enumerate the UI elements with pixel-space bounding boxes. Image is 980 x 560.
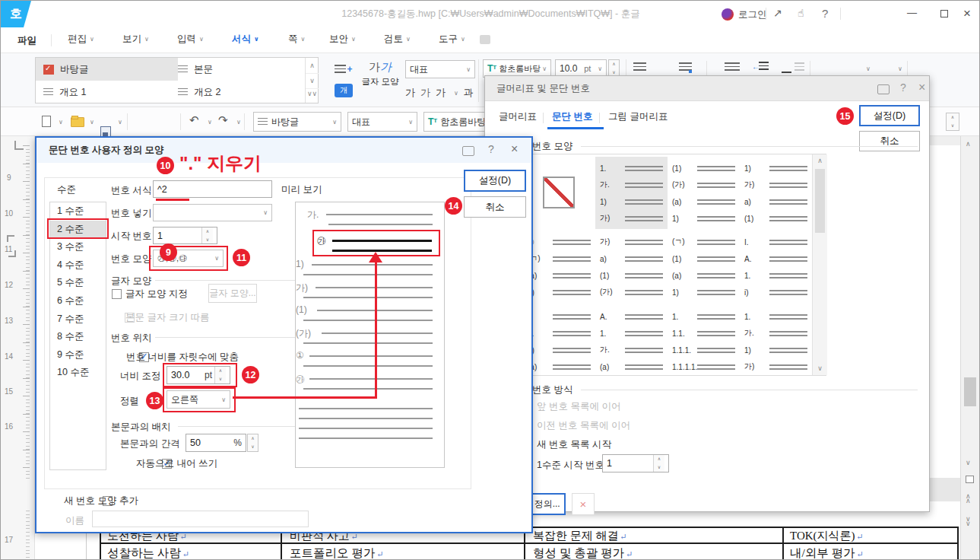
char-shape-button[interactable]: 글자 모양... (208, 284, 257, 303)
dialog2-help-icon[interactable]: ? (900, 81, 906, 94)
close-button[interactable]: × (963, 6, 971, 21)
menu-item-review[interactable]: 검토∨ (384, 33, 411, 46)
scroll-down-icon[interactable]: ∨ (966, 460, 971, 466)
gallery-cell[interactable]: I. A. 1. i) (740, 231, 812, 303)
menu-item-security[interactable]: 보안∨ (329, 33, 356, 46)
menu-item-view[interactable]: 보기∨ (122, 33, 149, 46)
dialog1-set-button[interactable]: 설정(D) (464, 170, 526, 192)
start-number-stepper[interactable] (201, 228, 213, 243)
chevron-down-icon[interactable]: ∨ (898, 65, 902, 72)
chevron-down-icon[interactable]: ∨ (866, 65, 871, 72)
start-number-input[interactable]: 1 (602, 454, 669, 473)
chevron-down-icon[interactable]: ∨ (90, 119, 94, 126)
number-format-input[interactable]: ^2 (153, 180, 272, 198)
menu-item-format-active[interactable]: 서식∨ (232, 33, 259, 46)
save-icon[interactable] (100, 126, 111, 137)
paragraph-style-select[interactable]: 바탕글 ∨ (253, 112, 341, 132)
preset-serif[interactable]: 가 (420, 86, 430, 100)
login-button[interactable]: 로그인 (722, 6, 767, 23)
gallery-cell[interactable]: 1. 가. 1) 가) (740, 305, 812, 377)
gallery-cell[interactable]: 1. 1.1. 1.1.1. 1.1.1.1. (668, 305, 740, 377)
gallery-up-icon[interactable]: ∧ (813, 158, 827, 164)
touch-mode-icon[interactable]: ☝ (798, 7, 804, 19)
gallery-cell[interactable]: ① (ㄱ) (a) 1) (523, 231, 595, 303)
char-specify-checkbox[interactable] (112, 289, 122, 299)
level-item-2-selected[interactable]: 2 수준 (50, 221, 106, 239)
extra-menu-icon[interactable] (480, 35, 490, 44)
menu-item-edit[interactable]: 편집∨ (68, 33, 94, 46)
dialog1-cancel-button[interactable]: 취소 (464, 196, 526, 218)
gap-input[interactable]: 50 % (186, 434, 246, 452)
style-rep-select[interactable]: 대표∨ (405, 60, 475, 78)
dialog2-set-button[interactable]: 설정(D) (859, 105, 920, 126)
page-fit-icon[interactable] (966, 476, 974, 483)
level-item-9[interactable]: 9 수준 (50, 346, 106, 364)
level-item-7[interactable]: 7 수준 (50, 310, 106, 329)
new-document-icon[interactable] (42, 116, 51, 127)
vertical-scrollbar[interactable]: ∧ ∨ ∧∧ ∨∨ (960, 136, 979, 560)
table-cell[interactable]: TOK(지식론)↵ (790, 529, 864, 543)
menu-item-page[interactable]: 쪽∨ (288, 33, 305, 46)
chevron-down-icon[interactable]: ∨ (118, 119, 122, 126)
chevron-down-icon[interactable]: ∨ (454, 90, 458, 97)
menu-item-tools[interactable]: 도구∨ (439, 33, 465, 46)
level-item-3[interactable]: 3 수준 (50, 238, 106, 256)
dialog1-help-icon[interactable]: ? (488, 143, 494, 155)
style-item-body[interactable]: 본문 (170, 58, 312, 81)
gallery-cell[interactable]: (1) (가) (a) 1) (668, 157, 740, 229)
tab-picture-bullet[interactable]: 그림 글머리표 (608, 110, 668, 123)
prev-page-icon[interactable]: ∧∧ (966, 494, 971, 503)
gallery-cell-none[interactable] (523, 157, 595, 229)
maximize-button[interactable] (940, 10, 948, 18)
start-number-input[interactable]: 1 (153, 227, 217, 244)
undo-icon[interactable]: ↶ (189, 113, 199, 127)
dialog2-close-icon[interactable]: × (918, 81, 925, 94)
gallery-thumb[interactable] (815, 169, 825, 233)
width-stepper[interactable] (214, 367, 226, 383)
char-shape-button[interactable]: 가가 글자 모양 (361, 58, 399, 103)
preset-normal[interactable]: 가 (405, 86, 415, 100)
style-item-batanggul[interactable]: 바탕글 (36, 58, 178, 81)
dialog1-title-bar[interactable]: 문단 번호 사용자 정의 모양 ? × (36, 138, 531, 163)
insert-number-select[interactable]: ∨ (153, 204, 272, 221)
gallery-cell[interactable]: A. 1. 가. (a) (595, 305, 668, 377)
style-item-outline1[interactable]: 개요 1 (36, 81, 178, 103)
indent-decrease-icon[interactable]: ← (752, 62, 769, 72)
gallery-more-icon[interactable]: ∨∨ (306, 88, 319, 105)
table-cell[interactable]: 형성 및 총괄 평가↵ (533, 546, 633, 560)
level-item-5[interactable]: 5 수준 (50, 274, 106, 292)
open-folder-icon[interactable] (71, 117, 84, 127)
level-item-4[interactable]: 4 수준 (50, 256, 106, 275)
gallery-cell[interactable]: 1) 가) a) (1) (740, 157, 812, 229)
chevron-down-icon[interactable]: ∨ (236, 119, 241, 126)
minimize-button[interactable]: — (907, 7, 917, 18)
help-icon[interactable]: ? (822, 7, 828, 20)
gallery-scroll-up-icon[interactable]: ∧ (306, 58, 319, 73)
gap-stepper[interactable] (247, 434, 258, 452)
rep-style-select[interactable]: 대표 ∨ (347, 112, 417, 132)
dialog2-title-bar[interactable]: 글머리표 및 문단 번호 ? × (485, 76, 929, 101)
justify-icon[interactable] (725, 62, 740, 72)
next-page-icon[interactable]: ∨∨ (966, 517, 971, 526)
redo-icon[interactable]: ↷ (218, 113, 228, 127)
preset-underline[interactable]: 가 (436, 86, 446, 100)
level-item-6[interactable]: 6 수준 (50, 292, 106, 310)
margin-marker2-icon[interactable] (8, 250, 16, 257)
gallery-cell[interactable]: (ㄱ) (1) (a) 1) (668, 231, 740, 303)
level-item-1[interactable]: 1 수준 (50, 202, 106, 221)
outline-shape-button[interactable]: 개 (335, 84, 353, 97)
gallery-scroll-down-icon[interactable]: ∨ (306, 73, 319, 88)
chevron-down-icon[interactable]: ∨ (59, 119, 63, 126)
start-number-stepper[interactable] (653, 455, 664, 472)
add-style-button[interactable]: + (333, 61, 354, 78)
comment-icon[interactable] (877, 84, 890, 94)
align-left-icon[interactable] (633, 62, 646, 72)
menu-item-input[interactable]: 입력∨ (177, 33, 204, 46)
scroll-thumb[interactable] (964, 377, 976, 406)
option-new-list[interactable]: 새 번호 목록 시작 (537, 438, 611, 451)
table-cell[interactable]: 성찰하는 사람↵ (107, 546, 189, 560)
preset-gwa[interactable]: 과 (464, 86, 474, 100)
right-edge-stepper[interactable] (946, 113, 959, 131)
gallery-scrollbar[interactable]: ∧ ∨ (812, 154, 827, 375)
style-item-outline2[interactable]: 개요 2 (170, 81, 312, 103)
